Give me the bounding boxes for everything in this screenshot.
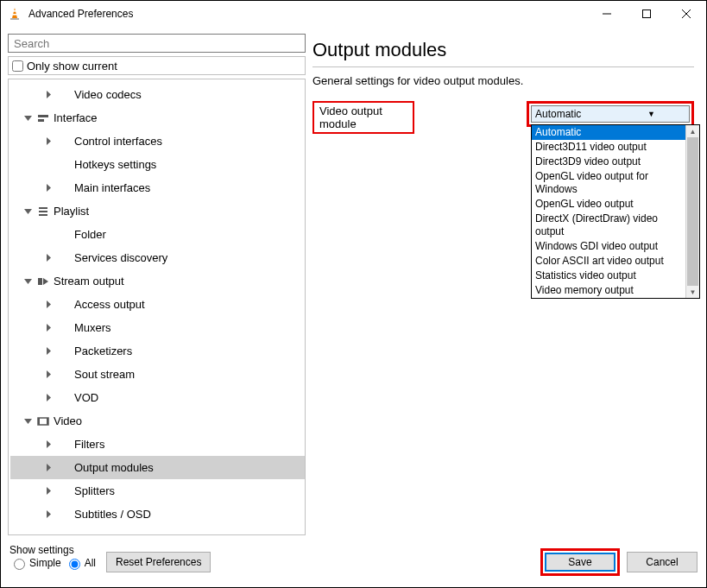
dropdown-option[interactable]: Automatic [532, 125, 685, 140]
dropdown-option[interactable]: OpenGL video output [532, 197, 685, 212]
scroll-up-icon[interactable]: ▲ [686, 125, 699, 137]
close-button[interactable] [666, 1, 706, 27]
tree-caret-icon[interactable] [41, 135, 55, 149]
tree-item-label: Access output [74, 298, 145, 311]
tree-caret-icon[interactable] [41, 251, 55, 265]
dropdown-option[interactable]: Statistics video output [532, 269, 685, 283]
only-show-current-checkbox[interactable] [12, 60, 23, 72]
tree-caret-icon[interactable] [41, 484, 55, 498]
tree-item[interactable]: Interface [10, 106, 305, 130]
tree-item[interactable]: Services discovery [10, 246, 305, 269]
tree-container: Video codecsInterfaceControl interfacesH… [8, 79, 306, 535]
window-controls [587, 1, 706, 27]
playlist-icon [35, 205, 52, 218]
video-output-combo-wrap: Automatic ▼ AutomaticDirect3D11 video ou… [527, 101, 694, 127]
radio-all[interactable] [69, 559, 80, 570]
only-show-current-label: Only show current [27, 60, 117, 73]
cancel-button[interactable]: Cancel [627, 552, 698, 572]
tree-caret-icon[interactable] [41, 321, 55, 335]
tree-caret-icon[interactable] [41, 391, 55, 405]
only-show-current-row[interactable]: Only show current [8, 56, 306, 75]
minimize-button[interactable] [587, 1, 627, 27]
tree-item[interactable]: Sout stream [10, 363, 305, 386]
tree-item[interactable]: Splitters [10, 479, 305, 503]
svg-rect-2 [13, 14, 17, 16]
right-panel: Output modules General settings for vide… [312, 34, 699, 535]
tree-caret-icon[interactable] [21, 414, 35, 428]
tree-caret-icon[interactable] [41, 368, 55, 382]
svg-rect-29 [38, 418, 40, 425]
svg-rect-30 [47, 418, 48, 425]
tree-caret-icon[interactable] [41, 438, 55, 452]
radio-all-wrap[interactable]: All [65, 556, 96, 570]
svg-marker-13 [47, 184, 51, 192]
tree-item-label: Splitters [74, 484, 115, 497]
save-button[interactable]: Save [545, 553, 615, 572]
tree-item-label: Stream output [54, 275, 124, 288]
svg-rect-20 [38, 278, 42, 285]
svg-marker-14 [24, 209, 32, 214]
video-output-dropdown: AutomaticDirect3D11 video outputDirect3D… [531, 124, 700, 299]
tree-caret-icon[interactable] [41, 298, 55, 312]
tree-item[interactable]: Packetizers [10, 339, 305, 363]
tree-caret-icon[interactable] [41, 461, 55, 475]
tree-caret-icon[interactable] [21, 111, 35, 125]
tree-item[interactable]: Playlist [10, 199, 305, 223]
tree-item[interactable]: Video codecs [10, 83, 305, 106]
window-title: Advanced Preferences [28, 8, 587, 20]
tree-caret-icon[interactable] [41, 158, 55, 172]
scroll-down-icon[interactable]: ▼ [686, 286, 699, 298]
dropdown-option[interactable]: DirectX (DirectDraw) video output [532, 212, 685, 239]
radio-simple[interactable] [14, 559, 25, 570]
tree-item[interactable]: Access output [10, 293, 305, 316]
tree-item-label: Subtitles / OSD [74, 508, 151, 521]
show-settings-group: Show settings Simple All [9, 544, 96, 570]
tree-item[interactable]: Control interfaces [10, 130, 305, 153]
dropdown-option[interactable]: Color ASCII art video output [532, 254, 685, 269]
save-highlight: Save [540, 548, 620, 576]
scroll-thumb[interactable] [687, 137, 698, 286]
tree-caret-icon[interactable] [41, 181, 55, 195]
svg-rect-3 [10, 18, 19, 20]
tree-item[interactable]: Folder [10, 223, 305, 246]
svg-marker-25 [47, 370, 51, 378]
tree-item[interactable]: Subtitles / OSD [10, 503, 305, 526]
dropdown-scrollbar[interactable]: ▲ ▼ [685, 125, 699, 298]
tree-item[interactable]: Main interfaces [10, 176, 305, 199]
tree-item[interactable]: Video [10, 409, 305, 433]
search-input[interactable] [8, 34, 306, 53]
dropdown-option[interactable]: Direct3D9 video output [532, 155, 685, 169]
dropdown-option[interactable]: OpenGL video output for Windows [532, 169, 685, 197]
tree-caret-icon[interactable] [41, 345, 55, 358]
tree-item[interactable]: Output modules [10, 456, 305, 479]
tree-item-label: Control interfaces [74, 135, 162, 148]
stream-icon [35, 275, 52, 288]
svg-marker-0 [12, 8, 17, 18]
combo-selected-text: Automatic [532, 108, 610, 120]
chevron-down-icon: ▼ [610, 110, 689, 118]
dropdown-option[interactable]: Windows GDI video output [532, 239, 685, 254]
video-output-module-combo[interactable]: Automatic ▼ [531, 105, 690, 123]
vlc-cone-icon [8, 7, 22, 21]
radio-simple-wrap[interactable]: Simple [9, 556, 61, 570]
svg-marker-18 [47, 254, 51, 262]
tree-item[interactable]: Filters [10, 433, 305, 456]
preferences-tree[interactable]: Video codecsInterfaceControl interfacesH… [9, 79, 305, 534]
tree-caret-icon[interactable] [41, 508, 55, 522]
tree-caret-icon[interactable] [21, 205, 35, 218]
dropdown-option[interactable]: Direct3D11 video output [532, 140, 685, 155]
tree-item[interactable]: VOD [10, 386, 305, 409]
tree-item[interactable]: Stream output [10, 269, 305, 293]
tree-caret-icon[interactable] [21, 275, 35, 288]
svg-rect-5 [643, 10, 651, 18]
reset-preferences-button[interactable]: Reset Preferences [106, 552, 211, 572]
svg-rect-1 [13, 10, 16, 12]
tree-item[interactable]: Hotkeys settings [10, 153, 305, 176]
tree-item[interactable]: Muxers [10, 316, 305, 339]
dropdown-list[interactable]: AutomaticDirect3D11 video outputDirect3D… [532, 125, 685, 298]
svg-rect-10 [38, 115, 48, 117]
dropdown-option[interactable]: Video memory output [532, 283, 685, 298]
maximize-button[interactable] [627, 1, 666, 27]
tree-caret-icon[interactable] [41, 228, 55, 242]
tree-caret-icon[interactable] [41, 88, 55, 102]
